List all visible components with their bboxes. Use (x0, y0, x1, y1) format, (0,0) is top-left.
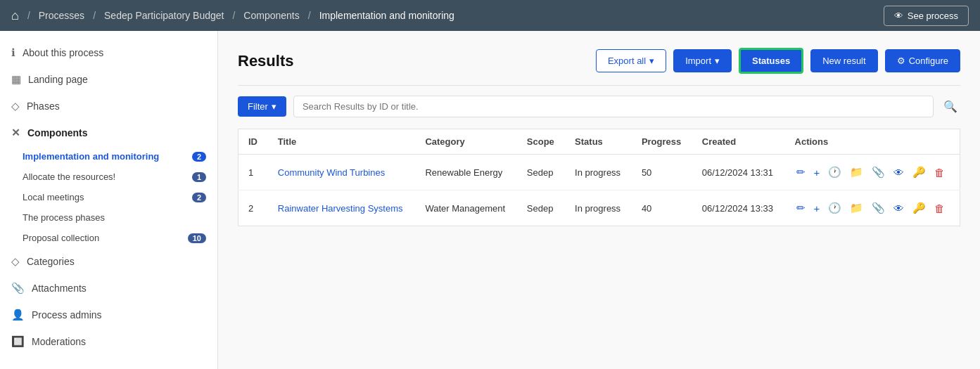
badge-allocate: 1 (192, 172, 206, 182)
table-row: 2 Rainwater Harvesting Systems Water Man… (238, 190, 960, 226)
row1-preview-icon[interactable]: 👁 (892, 165, 905, 180)
info-icon: ℹ (11, 46, 15, 59)
table-body: 1 Community Wind Turbines Renewable Ener… (238, 155, 960, 226)
breadcrumb-sep-2: / (232, 10, 235, 21)
row2-action-icons: ✏ + 🕐 📁 📎 👁 🔑 🗑 (795, 200, 950, 216)
row1-key-icon[interactable]: 🔑 (911, 164, 927, 180)
search-input[interactable] (293, 96, 934, 117)
configure-label: Configure (909, 56, 948, 66)
sidebar-label-categories: Categories (27, 256, 75, 267)
row1-attachment-icon[interactable]: 📎 (870, 164, 886, 180)
row1-delete-icon[interactable]: 🗑 (933, 165, 946, 180)
row2-id: 2 (238, 190, 268, 226)
sidebar-item-phases[interactable]: ◇ Phases (0, 93, 217, 119)
sidebar-item-components[interactable]: ✕ Components (0, 119, 217, 146)
breadcrumb-sedep[interactable]: Sedep Participatory Budget (104, 10, 224, 21)
row2-preview-icon[interactable]: 👁 (892, 201, 905, 216)
row2-status: In progress (565, 190, 632, 226)
row1-history-icon[interactable]: 🕐 (827, 164, 843, 180)
col-id: ID (238, 129, 268, 155)
eye-icon: 👁 (894, 11, 903, 21)
row2-attachment-icon[interactable]: 📎 (870, 200, 886, 216)
badge-implementation: 2 (192, 152, 206, 162)
row2-folder-icon[interactable]: 📁 (848, 200, 865, 216)
sidebar: ℹ About this process ▦ Landing page ◇ Ph… (0, 31, 218, 369)
col-category: Category (415, 129, 516, 155)
export-all-label: Export all (608, 56, 646, 66)
breadcrumb-sep-3: / (308, 10, 311, 21)
row2-key-icon[interactable]: 🔑 (911, 200, 927, 216)
see-process-button[interactable]: 👁 See process (884, 6, 969, 26)
main-content: Results Export all ▾ Import ▾ Statuses N… (218, 31, 980, 369)
grid-icon: ▦ (11, 73, 21, 86)
col-scope: Scope (517, 129, 565, 155)
table-row: 1 Community Wind Turbines Renewable Ener… (238, 155, 960, 190)
home-icon[interactable]: ⌂ (11, 8, 19, 23)
sidebar-item-about[interactable]: ℹ About this process (0, 39, 217, 66)
row1-id: 1 (238, 155, 268, 190)
sidebar-sub-menu: Implementation and monitoring 2 Allocate… (0, 146, 217, 248)
sidebar-sub-allocate[interactable]: Allocate the resources! 1 (23, 167, 217, 187)
new-result-button[interactable]: New result (810, 49, 877, 72)
sidebar-item-attachments[interactable]: 📎 Attachments (0, 275, 217, 302)
components-icon: ✕ (11, 127, 20, 139)
topbar-right: 👁 See process (884, 6, 969, 26)
import-button[interactable]: Import ▾ (673, 49, 732, 72)
row2-actions: ✏ + 🕐 📁 📎 👁 🔑 🗑 (785, 190, 960, 226)
attachments-icon: 📎 (11, 282, 25, 294)
filter-button[interactable]: Filter ▾ (238, 96, 286, 117)
row2-edit-icon[interactable]: ✏ (795, 200, 807, 216)
sidebar-label-attachments: Attachments (32, 283, 87, 294)
table-header: ID Title Category Scope Status Progress … (238, 129, 960, 155)
row2-progress: 40 (632, 190, 692, 226)
row2-category: Water Management (415, 190, 516, 226)
row1-actions: ✏ + 🕐 📁 📎 👁 🔑 🗑 (785, 155, 960, 190)
new-result-label: New result (822, 56, 865, 66)
topbar: ⌂ / Processes / Sedep Participatory Budg… (0, 0, 980, 31)
sidebar-label-components: Components (27, 127, 88, 138)
search-icon-button[interactable]: 🔍 (941, 97, 960, 116)
sidebar-sub-label-phases2: The process phases (23, 212, 105, 223)
row2-title: Rainwater Harvesting Systems (268, 190, 416, 226)
col-actions: Actions (785, 129, 960, 155)
sidebar-item-admins[interactable]: 👤 Process admins (0, 302, 217, 328)
export-all-button[interactable]: Export all ▾ (596, 49, 666, 72)
row2-delete-icon[interactable]: 🗑 (933, 201, 946, 216)
sidebar-item-moderations[interactable]: 🔲 Moderations (0, 328, 217, 355)
row1-title: Community Wind Turbines (268, 155, 416, 190)
categories-icon: ◇ (11, 255, 20, 268)
sidebar-sub-proposal[interactable]: Proposal collection 10 (23, 228, 217, 248)
row1-title-link[interactable]: Community Wind Turbines (278, 167, 385, 178)
header-divider (238, 85, 960, 86)
sidebar-sub-implementation[interactable]: Implementation and monitoring 2 (23, 146, 217, 167)
col-status: Status (565, 129, 632, 155)
row1-progress: 50 (632, 155, 692, 190)
breadcrumb-processes[interactable]: Processes (39, 10, 84, 21)
sidebar-sub-label-local: Local meetings (23, 192, 84, 202)
import-chevron-icon: ▾ (715, 56, 720, 66)
configure-button[interactable]: ⚙ Configure (885, 49, 960, 72)
row1-folder-icon[interactable]: 📁 (848, 164, 865, 180)
statuses-label: Statuses (752, 56, 790, 66)
row1-add-icon[interactable]: + (813, 165, 822, 180)
moderations-icon: 🔲 (11, 335, 25, 348)
row1-edit-icon[interactable]: ✏ (795, 164, 807, 180)
row2-add-icon[interactable]: + (813, 201, 822, 216)
row2-title-link[interactable]: Rainwater Harvesting Systems (278, 203, 403, 214)
sidebar-sub-phases2[interactable]: The process phases (23, 207, 217, 228)
col-progress: Progress (632, 129, 692, 155)
row2-scope: Sedep (517, 190, 565, 226)
row2-history-icon[interactable]: 🕐 (827, 200, 843, 216)
sidebar-label-about: About this process (23, 47, 103, 58)
filter-label: Filter (248, 101, 268, 112)
breadcrumb-components[interactable]: Components (243, 10, 299, 21)
statuses-button[interactable]: Statuses (739, 48, 803, 74)
row1-category: Renewable Energy (415, 155, 516, 190)
sidebar-sub-label-allocate: Allocate the resources! (23, 171, 115, 182)
sidebar-label-moderations: Moderations (32, 336, 86, 347)
sidebar-item-categories[interactable]: ◇ Categories (0, 248, 217, 275)
badge-local: 2 (192, 193, 206, 202)
sidebar-item-landing[interactable]: ▦ Landing page (0, 66, 217, 93)
filter-bar: Filter ▾ 🔍 (238, 96, 960, 117)
sidebar-sub-local[interactable]: Local meetings 2 (23, 187, 217, 207)
